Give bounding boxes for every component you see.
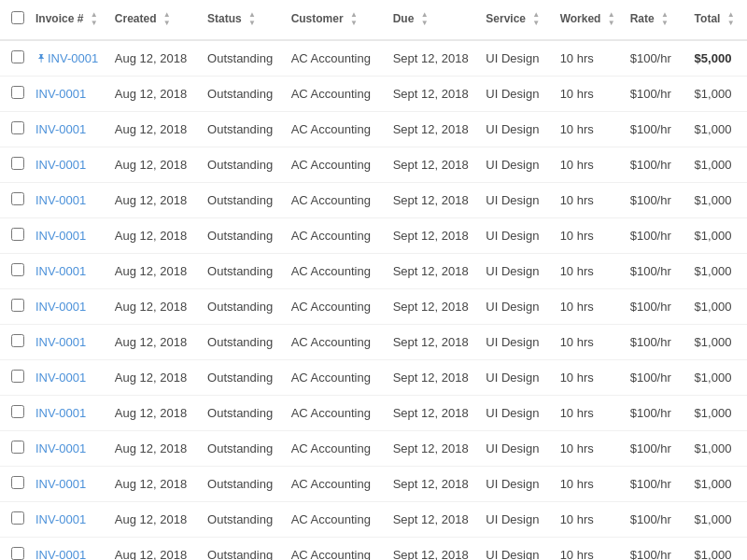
row-total: $1,000 xyxy=(687,147,747,182)
row-invoice[interactable]: INV-0001 xyxy=(28,76,107,111)
row-checkbox-cell[interactable] xyxy=(0,217,28,253)
row-service: UI Design xyxy=(478,359,552,395)
col-header-created[interactable]: Created ▲▼ xyxy=(107,0,200,40)
row-checkbox[interactable] xyxy=(11,121,24,134)
row-invoice[interactable]: INV-0001 xyxy=(28,430,107,466)
row-invoice[interactable]: INV-0001 xyxy=(28,217,107,253)
row-rate: $100/hr xyxy=(623,288,687,324)
row-checkbox-cell[interactable] xyxy=(0,395,28,430)
col-header-worked[interactable]: Worked ▲▼ xyxy=(553,0,623,40)
invoice-link[interactable]: INV-0001 xyxy=(35,548,86,560)
row-invoice[interactable]: INV-0001 xyxy=(28,359,107,395)
row-rate: $100/hr xyxy=(623,111,687,147)
row-invoice[interactable]: 🖈INV-0001 xyxy=(28,40,107,77)
row-checkbox[interactable] xyxy=(11,50,24,63)
row-invoice[interactable]: INV-0001 xyxy=(28,324,107,359)
invoice-link[interactable]: INV-0001 xyxy=(35,193,86,207)
row-service: UI Design xyxy=(478,111,552,147)
col-header-due[interactable]: Due ▲▼ xyxy=(386,0,479,40)
row-checkbox[interactable] xyxy=(11,441,24,454)
row-invoice[interactable]: INV-0001 xyxy=(28,501,107,537)
col-header-rate[interactable]: Rate ▲▼ xyxy=(623,0,687,40)
row-checkbox-cell[interactable] xyxy=(0,324,28,359)
row-checkbox[interactable] xyxy=(11,511,24,525)
row-total: $1,000 xyxy=(687,537,747,560)
row-checkbox-cell[interactable] xyxy=(0,466,28,501)
row-checkbox-cell[interactable] xyxy=(0,537,28,560)
row-invoice[interactable]: INV-0001 xyxy=(28,111,107,147)
row-invoice[interactable]: INV-0001 xyxy=(28,253,107,288)
row-status: Outstanding xyxy=(200,537,284,560)
table-row: INV-0001 Aug 12, 2018 Outstanding AC Acc… xyxy=(0,253,747,288)
invoice-link[interactable]: INV-0001 xyxy=(35,406,86,420)
row-status: Outstanding xyxy=(200,147,284,182)
row-customer: AC Accounting xyxy=(284,359,386,395)
row-checkbox-cell[interactable] xyxy=(0,40,28,77)
row-worked: 10 hrs xyxy=(553,111,623,147)
invoice-link[interactable]: 🖈INV-0001 xyxy=(35,51,98,65)
row-checkbox[interactable] xyxy=(11,228,24,241)
row-checkbox[interactable] xyxy=(11,299,24,312)
invoice-link[interactable]: INV-0001 xyxy=(35,229,86,243)
sort-arrows-worked: ▲▼ xyxy=(608,11,615,28)
row-checkbox-cell[interactable] xyxy=(0,111,28,147)
row-checkbox-cell[interactable] xyxy=(0,501,28,537)
row-checkbox[interactable] xyxy=(11,192,24,205)
sort-arrows-service: ▲▼ xyxy=(532,11,540,28)
invoices-table: Invoice # ▲▼ Created ▲▼ Status ▲▼ xyxy=(0,0,747,560)
row-created: Aug 12, 2018 xyxy=(107,182,200,217)
invoice-link[interactable]: INV-0001 xyxy=(35,441,86,455)
row-due: Sept 12, 2018 xyxy=(386,253,479,288)
invoice-link[interactable]: INV-0001 xyxy=(35,122,86,136)
row-rate: $100/hr xyxy=(623,537,687,560)
col-header-service[interactable]: Service ▲▼ xyxy=(478,0,552,40)
row-checkbox[interactable] xyxy=(11,86,24,99)
row-invoice[interactable]: INV-0001 xyxy=(28,182,107,217)
invoices-table-container[interactable]: Invoice # ▲▼ Created ▲▼ Status ▲▼ xyxy=(0,0,747,560)
row-invoice[interactable]: INV-0001 xyxy=(28,466,107,501)
invoice-link[interactable]: INV-0001 xyxy=(35,158,86,172)
row-checkbox-cell[interactable] xyxy=(0,182,28,217)
row-checkbox[interactable] xyxy=(11,405,24,418)
row-customer: AC Accounting xyxy=(284,76,386,111)
row-status: Outstanding xyxy=(200,182,284,217)
row-invoice[interactable]: INV-0001 xyxy=(28,147,107,182)
row-checkbox-cell[interactable] xyxy=(0,288,28,324)
row-invoice[interactable]: INV-0001 xyxy=(28,395,107,430)
row-checkbox-cell[interactable] xyxy=(0,76,28,111)
row-checkbox-cell[interactable] xyxy=(0,253,28,288)
select-all-header[interactable] xyxy=(0,0,28,40)
row-invoice[interactable]: INV-0001 xyxy=(28,288,107,324)
invoice-link[interactable]: INV-0001 xyxy=(35,512,86,526)
invoice-link[interactable]: INV-0001 xyxy=(35,371,86,385)
row-checkbox[interactable] xyxy=(11,547,24,560)
row-service: UI Design xyxy=(478,324,552,359)
invoice-link[interactable]: INV-0001 xyxy=(35,87,86,101)
invoice-link[interactable]: INV-0001 xyxy=(35,335,86,349)
row-checkbox-cell[interactable] xyxy=(0,430,28,466)
invoice-link[interactable]: INV-0001 xyxy=(35,477,86,491)
row-service: UI Design xyxy=(478,40,552,77)
row-checkbox[interactable] xyxy=(11,334,24,347)
row-worked: 10 hrs xyxy=(553,217,623,253)
row-customer: AC Accounting xyxy=(284,40,386,77)
row-due: Sept 12, 2018 xyxy=(386,324,479,359)
select-all-checkbox[interactable] xyxy=(11,11,24,24)
row-checkbox-cell[interactable] xyxy=(0,359,28,395)
row-invoice[interactable]: INV-0001 xyxy=(28,537,107,560)
invoice-link[interactable]: INV-0001 xyxy=(35,264,86,278)
col-header-customer[interactable]: Customer ▲▼ xyxy=(284,0,386,40)
col-header-total[interactable]: Total ▲▼ xyxy=(687,0,747,40)
row-service: UI Design xyxy=(478,430,552,466)
col-header-invoice[interactable]: Invoice # ▲▼ xyxy=(28,0,107,40)
row-worked: 10 hrs xyxy=(553,182,623,217)
row-checkbox[interactable] xyxy=(11,263,24,276)
row-checkbox[interactable] xyxy=(11,476,24,489)
row-checkbox[interactable] xyxy=(11,157,24,170)
row-checkbox-cell[interactable] xyxy=(0,147,28,182)
row-due: Sept 12, 2018 xyxy=(386,359,479,395)
col-header-status[interactable]: Status ▲▼ xyxy=(200,0,284,40)
row-worked: 10 hrs xyxy=(553,253,623,288)
row-checkbox[interactable] xyxy=(11,370,24,383)
invoice-link[interactable]: INV-0001 xyxy=(35,300,86,314)
